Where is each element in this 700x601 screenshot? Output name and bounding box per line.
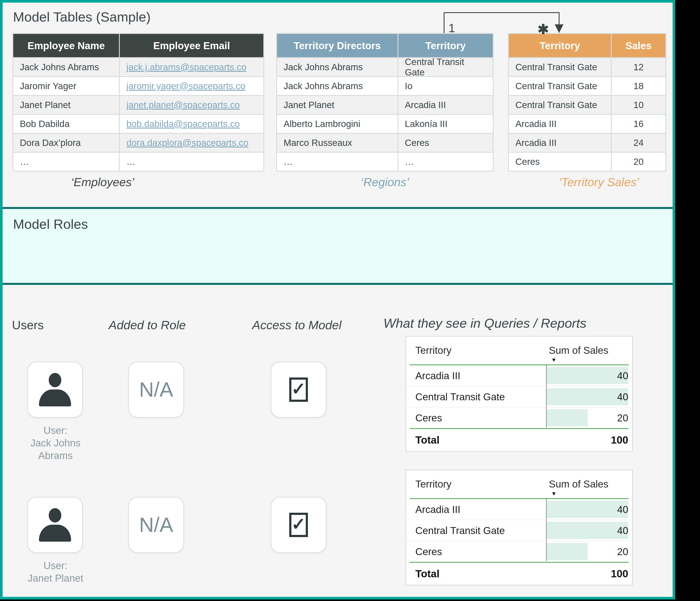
regions-table: Territory DirectorsTerritoryJack Johns A… [276,33,494,172]
report-total-row: Total100 [406,429,632,451]
relationship-line-many-end [559,12,559,26]
email-link[interactable]: janet.planet@spaceparts.co [126,100,240,110]
regions-table-caption: ‘Regions’ [276,175,494,189]
email-link[interactable]: jack.j.abrams@spaceparts.co [126,62,246,72]
table-cell: Lakonía III [398,115,493,133]
table-cell: janet.planet@spaceparts.co [120,96,263,114]
report-column-sum-of-sales: Sum of Sales [549,345,608,356]
na-label: N/A [139,513,173,536]
relationship-line-horizontal [444,12,559,13]
report-territory-value: Ceres [415,546,442,557]
model-access-card: ✓ [271,497,326,553]
column-header: Employee Name [13,34,119,57]
model-roles-band: Model Roles [0,207,675,285]
relationship-line-one-end [444,12,445,33]
report-sales-value: 40 [617,504,628,515]
report-column-territory: Territory [415,478,451,490]
user-icon-body [39,525,71,542]
report-sales-value: 40 [617,391,628,403]
table-cell: Ceres [509,153,611,171]
table-cell: … [277,153,398,171]
section-title-model-tables: Model Tables (Sample) [13,9,151,25]
employees-table-caption: ‘Employees’ [12,175,193,189]
table-cell: Central Transit Gate [509,77,611,95]
user-icon [39,508,71,542]
table-cell: dora.daxplora@spaceparts.co [120,134,263,152]
table-cell: 16 [612,115,666,133]
table-cell: Arcadia III [398,96,493,114]
email-link[interactable]: jaromir.yager@spaceparts.co [126,81,245,91]
model-access-card: ✓ [271,361,326,418]
report-header: TerritorySum of Sales▼ [406,470,632,498]
table-cell: 10 [612,96,666,114]
report-row: Ceres20 [406,407,632,428]
frame-border-top [0,0,675,3]
column-header: Sales [612,34,666,57]
checkmark-icon: ✓ [291,379,306,399]
report-header: TerritorySum of Sales▼ [406,336,632,365]
data-bar [547,501,628,518]
column-header: Territory [398,34,493,57]
user-icon-head [49,373,61,387]
report-column-territory: Territory [415,345,451,356]
table-cell: … [120,153,263,171]
table-cell: Bob Dabilda [13,115,119,133]
report-table-jack: TerritorySum of Sales▼Arcadia III40Centr… [405,336,633,452]
table-cell: Arcadia III [509,115,611,133]
table-cell: … [398,153,493,171]
table-cell: 20 [612,153,666,171]
user-caption: User: Jack Johns Abrams [0,424,111,462]
table-cell: Central Transit Gate [509,58,611,76]
column-heading-reports: What they see in Queries / Reports [383,316,586,331]
report-body: Arcadia III40Central Transit Gate40Ceres… [406,499,632,562]
table-cell: 24 [612,134,666,152]
email-link[interactable]: dora.daxplora@spaceparts.co [126,137,248,148]
table-cell: Io [398,77,493,95]
column-heading-added-to-role: Added to Role [95,318,199,332]
report-territory-value: Ceres [415,412,442,424]
table-cell: jaromir.yager@spaceparts.co [120,77,263,95]
table-cell: Marco Russeaux [277,134,398,152]
report-total-label: Total [415,568,440,580]
report-row: Arcadia III40 [406,499,632,520]
column-header: Employee Email [120,34,263,57]
user-icon-body [39,390,71,406]
table-cell: Jaromir Yager [13,77,119,95]
table-cell: Ceres [398,134,493,152]
table-cell: Janet Planet [13,96,119,114]
data-bar [547,367,628,384]
report-territory-value: Central Transit Gate [415,391,505,403]
employees-table: Employee NameEmployee EmailJack Johns Ab… [12,33,264,172]
added-to-role-card: N/A [128,497,184,553]
table-cell: Jack Johns Abrams [13,58,119,76]
data-bar [547,543,588,560]
email-link[interactable]: bob.dabilda@spaceparts.co [126,119,240,129]
report-row: Central Transit Gate40 [406,520,632,541]
table-cell: Central Transit Gate [398,58,493,76]
sort-descending-icon[interactable]: ▼ [551,357,557,364]
checkmark-icon: ✓ [291,514,306,534]
user-avatar-card [27,497,83,553]
report-sales-value: 20 [617,546,628,557]
user-icon-head [49,508,61,523]
section-title-model-roles: Model Roles [13,216,88,232]
report-column-separator [546,499,547,561]
user-icon [39,373,71,406]
relationship-one-cardinality: 1 [448,21,455,35]
report-total-row: Total100 [406,563,632,584]
table-cell: … [13,153,119,171]
report-total-label: Total [415,434,440,446]
report-body: Arcadia III40Central Transit Gate40Ceres… [406,365,632,428]
report-row: Ceres20 [406,541,632,562]
table-cell: Arcadia III [509,134,611,152]
checkbox-checked-icon: ✓ [289,377,308,402]
report-row: Central Transit Gate40 [406,386,632,407]
relationship-arrow-down-icon [555,24,564,33]
report-territory-value: Arcadia III [415,370,460,382]
report-total-value: 100 [611,568,628,580]
frame-border-bottom [0,597,675,599]
figure-canvas: Model Tables (Sample) Employee NameEmplo… [0,0,700,601]
sort-descending-icon[interactable]: ▼ [551,490,557,497]
relationship-many-cardinality-icon: ✱ [538,21,549,37]
report-sales-value: 40 [617,370,628,382]
